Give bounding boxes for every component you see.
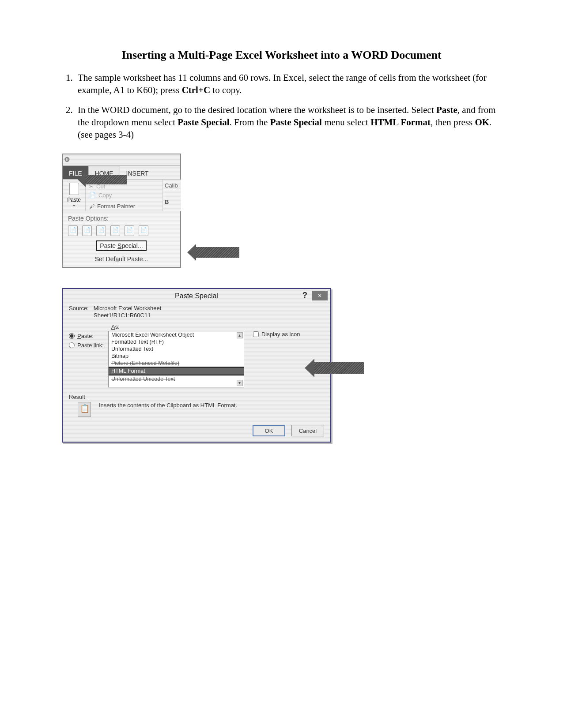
clipboard-icon [78,402,91,417]
word-icon: 🅦 [64,157,70,163]
list-item[interactable]: Picture (Enhanced Metafile) [109,360,244,367]
step-2: In the WORD document, go to the desired … [75,104,501,141]
set-default-paste-menu-item[interactable]: Set Default Paste... [68,255,175,263]
step-2-text-i: , then press [431,117,475,128]
step-2-paste-special2: Paste Special [270,117,322,128]
copy-icon: 📄 [89,192,96,198]
word-titlebar: 🅦 [63,154,180,166]
step-1: The sample worksheet has 11 columns and … [75,71,501,97]
step-1-text-c: to copy. [210,85,242,95]
font-name-dropdown[interactable]: Calib [165,182,178,189]
step-2-text-a: In the WORD document, go to the desired … [78,105,436,115]
radio-paste-link[interactable]: Paste link: [69,342,104,349]
annotation-arrow-paste [86,175,127,184]
ribbon-figure: 🅦 FILE HOME INSERT Paste ✂ Cut [62,154,181,268]
result-label: Result [69,394,324,400]
display-as-icon-label: Display as icon [261,331,300,338]
list-item[interactable]: Unformatted Unicode Text [109,375,244,383]
radio-paste-input[interactable] [69,333,75,339]
radio-paste-link-input[interactable] [69,342,75,348]
close-icon: × [318,292,321,299]
result-text: Inserts the contents of the Clipboard as… [99,402,237,409]
step-2-text-e: . From the [230,117,270,128]
scroll-up-icon[interactable]: ▴ [237,332,243,338]
step-2-text-g: menu select [322,117,370,128]
ok-button[interactable]: OK [253,425,285,436]
source-range: Sheet1!R1C1:R60C11 [94,312,151,319]
bold-button[interactable]: B [165,199,169,205]
list-item[interactable]: Microsoft Excel Worksheet Object [109,331,244,338]
font-group: Calib B [162,180,181,211]
paste-dropdown-arrow-icon[interactable] [72,203,76,208]
source-line: Source: Microsoft Excel Worksheet Sheet1… [69,305,324,319]
display-as-icon-checkbox[interactable]: Display as icon [253,331,300,338]
paste-dropdown-panel: Paste Options: Paste Special... Set Defa… [63,211,180,267]
step-2-paste: Paste [436,105,457,115]
step-1-shortcut: Ctrl+C [182,85,210,95]
annotation-arrow-html-format [314,362,364,374]
dialog-title: Paste Special [175,292,218,300]
display-as-icon-input[interactable] [253,331,259,337]
list-item[interactable]: Unformatted Text [109,345,244,353]
format-listbox[interactable]: Microsoft Excel Worksheet Object Formatt… [108,331,244,387]
close-button[interactable]: × [312,291,328,300]
page-title: Inserting a Multi-Page Excel Worksheet i… [62,49,501,62]
set-default-mnemonic: a [115,255,119,263]
paste-option-icon[interactable] [110,225,120,236]
paste-button-label: Paste [67,197,81,203]
paste-special-dialog: Paste Special ? × Source: Microsoft Exce… [62,288,331,443]
paste-option-icon[interactable] [139,225,148,236]
annotation-arrow-paste-special [196,247,239,258]
paste-options-title: Paste Options: [68,215,175,222]
format-painter-label: Format Painter [97,203,135,210]
source-value: Microsoft Excel Worksheet [94,305,162,311]
cancel-button[interactable]: Cancel [291,425,324,436]
step-2-paste-special: Paste Special [178,117,229,128]
paste-special-menu-item[interactable]: Paste Special... [96,240,146,251]
list-item[interactable]: Bitmap [109,353,244,360]
step-1-text-a: The sample worksheet has 11 columns and … [78,72,487,95]
list-item[interactable]: Formatted Text (RTF) [109,338,244,345]
list-item-selected-html-format[interactable]: HTML Format [109,367,244,375]
paste-option-icon[interactable] [82,225,92,236]
step-2-ok: OK [475,117,489,128]
source-label: Source: [69,305,89,311]
scroll-down-icon[interactable]: ▾ [237,380,243,386]
radio-paste[interactable]: Paste: [69,333,104,339]
copy-label: Copy [98,192,112,199]
format-painter-icon: 🖌 [89,203,94,210]
instruction-list: The sample worksheet has 11 columns and … [62,71,501,141]
paste-option-icon[interactable] [96,225,106,236]
paste-option-icon[interactable] [125,225,134,236]
paste-special-mnemonic: S [117,242,121,249]
paste-option-icon[interactable] [68,225,78,236]
step-2-html-format: HTML Format [370,117,431,128]
help-button[interactable]: ? [302,291,307,300]
